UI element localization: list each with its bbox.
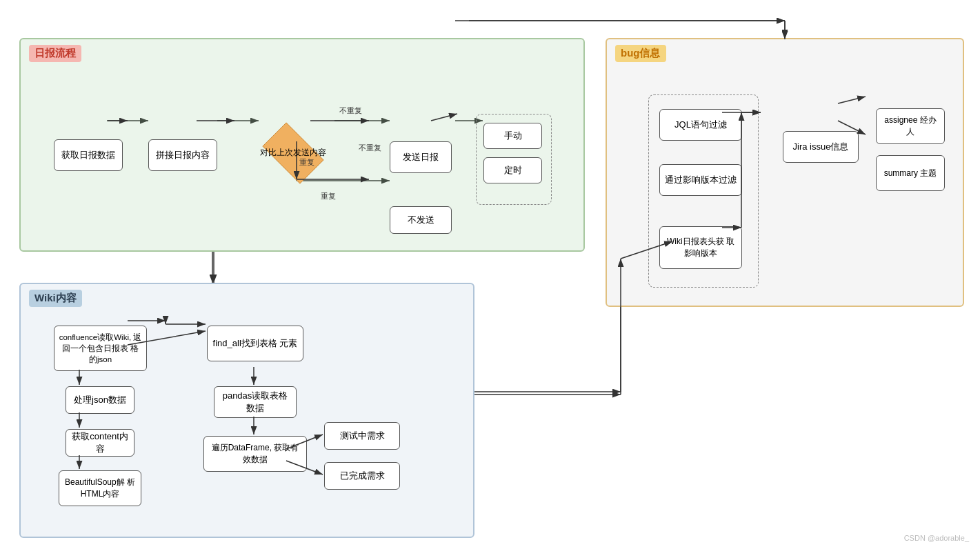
test-req-node: 测试中需求 bbox=[324, 422, 400, 450]
wiki-header-node: Wiki日报表头获 取影响版本 bbox=[659, 226, 742, 269]
jql-filter-node: JQL语句过滤 bbox=[659, 109, 742, 141]
trigger-group: 手动 定时 bbox=[476, 114, 552, 205]
not-repeat-arrow-label: 不重复 bbox=[339, 106, 362, 116]
compare-node: 对比上次发送内容 bbox=[255, 129, 331, 177]
pandas-read-node: pandas读取表格 数据 bbox=[214, 386, 297, 418]
watermark: CSDN @adorable_ bbox=[904, 534, 969, 542]
no-send-node: 不发送 bbox=[390, 206, 452, 234]
done-req-node: 已完成需求 bbox=[324, 462, 400, 490]
bug-info-section: bug信息 JQL语句过滤 通过影响版本过滤 Wiki日报表头获 取影响版本 J… bbox=[606, 38, 964, 307]
get-content-node: 获取content内容 bbox=[66, 429, 134, 457]
confluence-node: confluence读取Wiki, 返回一个包含日报表 格的json bbox=[54, 326, 147, 371]
manual-node: 手动 bbox=[483, 123, 542, 149]
get-data-node: 获取日报数据 bbox=[54, 139, 123, 171]
scheduled-node: 定时 bbox=[483, 157, 542, 183]
summary-node: summary 主题 bbox=[876, 155, 945, 191]
not-repeat-label: 不重复 bbox=[359, 143, 381, 153]
jira-issue-node: Jira issue信息 bbox=[783, 131, 859, 163]
wiki-content-label: Wiki内容 bbox=[29, 290, 82, 307]
daily-flow-label: 日报流程 bbox=[29, 45, 81, 62]
daily-flow-section: 日报流程 获取日报数据 拼接日报内容 对比上次发送内容 不重复 重复 发送日报 … bbox=[19, 38, 585, 252]
wiki-content-section: Wiki内容 confluence读取Wiki, 返回一个包含日报表 格的jso… bbox=[19, 283, 474, 538]
traverse-node: 遍历DataFrame, 获取有效数据 bbox=[203, 436, 307, 472]
splice-content-node: 拼接日报内容 bbox=[148, 139, 217, 171]
bug-info-label: bug信息 bbox=[615, 45, 666, 62]
filter-group: JQL语句过滤 通过影响版本过滤 Wiki日报表头获 取影响版本 bbox=[648, 94, 759, 288]
find-all-node: find_all找到表格 元素 bbox=[207, 326, 303, 361]
repeat-arrow-label: 重复 bbox=[299, 157, 314, 168]
beautifulsoup-node: BeautifulSoup解 析HTML内容 bbox=[59, 470, 141, 506]
repeat-label: 重复 bbox=[321, 191, 336, 201]
assignee-node: assignee 经办人 bbox=[876, 108, 945, 144]
send-report-node: 发送日报 bbox=[390, 141, 452, 173]
process-json-node: 处理json数据 bbox=[66, 386, 134, 414]
version-filter-node: 通过影响版本过滤 bbox=[659, 164, 742, 196]
